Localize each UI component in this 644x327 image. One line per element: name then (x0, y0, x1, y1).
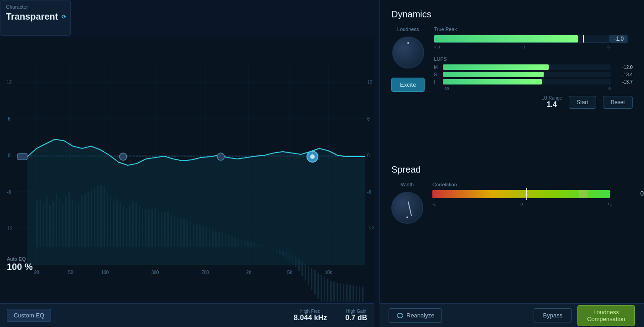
auto-eq-value: 100 % (7, 262, 33, 272)
true-peak-scale: -60 0 6 (434, 45, 633, 49)
eq-display: 12 6 0 -6 -12 12 6 0 -6 -12 20 50 100 30… (0, 37, 374, 301)
bottom-info: High Freq 8.044 kHz High Gain 0.7 dB (294, 309, 367, 322)
svg-text:12: 12 (367, 80, 373, 85)
svg-rect-140 (17, 153, 27, 160)
lufs-i-ch: I (434, 79, 439, 84)
lufs-i-row: I -13.7 (434, 79, 633, 84)
reanalyze-icon (396, 312, 404, 319)
svg-text:0: 0 (8, 153, 10, 158)
character-panel: Character Transparent ⟳ (0, 0, 71, 36)
lufs-label: LUFS (434, 56, 633, 62)
svg-text:300: 300 (151, 270, 159, 275)
high-freq-block: High Freq 8.044 kHz (294, 309, 327, 322)
tp-scale-max: 6 (608, 45, 610, 49)
high-gain-value: 0.7 dB (345, 314, 367, 322)
spread-section: Spread Width Correlation (380, 155, 644, 283)
svg-text:5k: 5k (287, 270, 293, 275)
svg-rect-126 (337, 283, 338, 301)
correlation-label: Correlation (432, 182, 633, 187)
svg-text:700: 700 (202, 270, 209, 275)
loudness-knob[interactable] (392, 37, 424, 69)
lufs-s-fill (443, 72, 544, 77)
lufs-i-bar (443, 79, 611, 84)
correlation-value: 0.7 (640, 190, 644, 197)
svg-point-136 (119, 153, 127, 160)
svg-text:100: 100 (101, 270, 109, 275)
svg-rect-130 (349, 285, 351, 301)
character-label: Character (6, 4, 65, 10)
meters-area: True Peak -1.0 -60 0 6 (434, 26, 633, 109)
lufs-scale-max: 0 (608, 86, 611, 91)
lufs-scale: -60 0 (434, 86, 633, 91)
correlation-center-marker (526, 188, 527, 200)
lufs-m-row: M -12.0 (434, 64, 633, 70)
svg-point-137 (217, 153, 224, 160)
spread-title: Spread (391, 164, 633, 175)
correlation-indicator (579, 190, 587, 198)
high-freq-value: 8.044 kHz (294, 314, 327, 322)
svg-rect-122 (324, 277, 325, 301)
svg-rect-127 (340, 283, 341, 301)
svg-text:-12: -12 (367, 226, 374, 231)
svg-point-139 (310, 154, 315, 159)
svg-rect-131 (353, 285, 354, 301)
bypass-button[interactable]: Bypass (534, 308, 572, 322)
corr-scale-min: -1 (432, 202, 436, 206)
lufs-s-ch: S (434, 72, 439, 77)
dynamics-content: Loudness Excite True Peak -1.0 (391, 26, 633, 109)
true-peak-label: True Peak (434, 26, 633, 32)
lufs-section: LUFS M -12.0 S -13.4 (434, 56, 633, 91)
custom-eq-button[interactable]: Custom EQ (7, 309, 51, 322)
high-gain-label: High Gain (345, 309, 367, 314)
correlation-area: Correlation 0.7 -1 0 +1 (432, 182, 633, 224)
svg-rect-121 (321, 275, 322, 301)
lufs-m-val: -12.0 (614, 65, 633, 70)
width-knob[interactable] (391, 192, 423, 224)
svg-rect-128 (343, 284, 344, 301)
svg-text:-12: -12 (6, 226, 13, 231)
loudness-compensation-button[interactable]: LoudnessCompensation (577, 305, 635, 326)
true-peak-fill (434, 35, 578, 42)
reanalyze-label: Reanalyze (406, 312, 434, 319)
svg-text:6: 6 (367, 116, 370, 121)
reanalyze-button[interactable]: Reanalyze (389, 308, 442, 323)
svg-text:6: 6 (8, 116, 10, 121)
svg-rect-132 (356, 286, 357, 301)
svg-rect-116 (305, 264, 306, 280)
svg-line-141 (408, 202, 411, 216)
svg-text:0: 0 (367, 153, 370, 158)
excite-button[interactable]: Excite (391, 78, 425, 92)
start-button[interactable]: Start (569, 96, 596, 109)
true-peak-marker (583, 35, 584, 42)
svg-rect-134 (362, 287, 364, 301)
true-peak-section: True Peak -1.0 -60 0 6 (434, 26, 633, 49)
right-bottom-bar: Reanalyze Bypass LoudnessCompensation (379, 303, 644, 327)
lu-range-block: LU Range 1.4 (541, 95, 562, 109)
reset-button[interactable]: Reset (603, 96, 633, 109)
high-gain-block: High Gain 0.7 dB (345, 309, 367, 322)
lu-range-value: 1.4 (541, 100, 562, 109)
svg-rect-125 (333, 282, 335, 301)
svg-rect-123 (327, 279, 328, 301)
svg-text:-6: -6 (7, 190, 11, 195)
svg-text:2k: 2k (246, 270, 252, 275)
svg-rect-117 (308, 266, 309, 285)
svg-rect-133 (359, 286, 360, 301)
character-arrow-icon[interactable]: ⟳ (62, 14, 66, 20)
tp-scale-mid: 0 (523, 45, 525, 49)
width-area: Width (391, 182, 423, 224)
corr-scale-max: +1 (608, 202, 612, 206)
high-freq-label: High Freq (294, 309, 327, 314)
character-text: Transparent (6, 11, 58, 22)
lufs-m-ch: M (434, 65, 439, 70)
auto-eq-section: Auto EQ 100 % (7, 256, 33, 272)
svg-rect-129 (346, 285, 348, 301)
loudness-area: Loudness Excite (391, 26, 425, 109)
svg-text:50: 50 (68, 270, 73, 275)
true-peak-bar: -1.0 (434, 35, 610, 43)
correlation-bar (432, 190, 610, 198)
auto-eq-label: Auto EQ (7, 256, 33, 262)
corr-scale-mid: 0 (520, 202, 523, 206)
correlation-scale: -1 0 +1 (432, 202, 633, 206)
svg-text:-6: -6 (367, 190, 371, 195)
